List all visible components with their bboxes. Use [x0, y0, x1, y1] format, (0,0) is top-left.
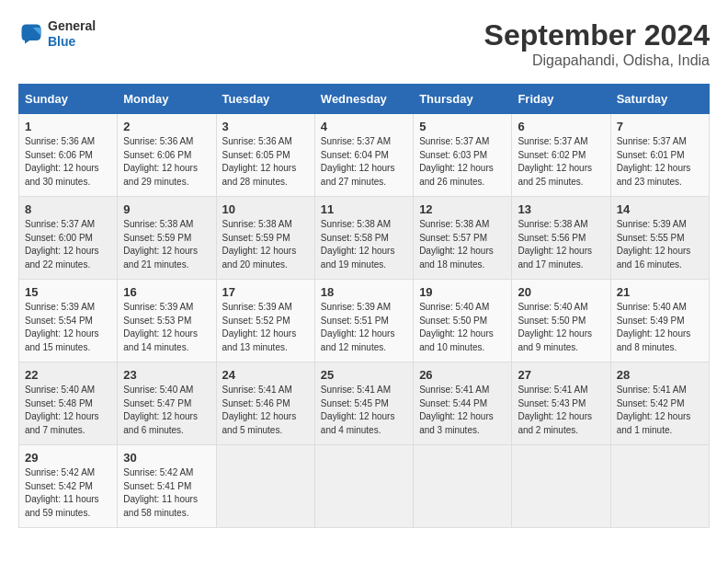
col-wednesday: Wednesday	[314, 85, 413, 114]
calendar-cell: 23Sunrise: 5:40 AM Sunset: 5:47 PM Dayli…	[118, 362, 216, 445]
day-detail: Sunrise: 5:40 AM Sunset: 5:47 PM Dayligh…	[123, 384, 210, 437]
calendar-cell: 26Sunrise: 5:41 AM Sunset: 5:44 PM Dayli…	[414, 362, 512, 445]
day-number: 2	[123, 120, 210, 133]
calendar-week-row: 22Sunrise: 5:40 AM Sunset: 5:48 PM Dayli…	[19, 362, 710, 445]
day-detail: Sunrise: 5:38 AM Sunset: 5:57 PM Dayligh…	[419, 218, 506, 271]
day-detail: Sunrise: 5:42 AM Sunset: 5:41 PM Dayligh…	[123, 466, 210, 520]
calendar-header-row: Sunday Monday Tuesday Wednesday Thursday…	[19, 85, 710, 114]
logo-text: General Blue	[48, 18, 96, 50]
calendar-cell: 7Sunrise: 5:37 AM Sunset: 6:01 PM Daylig…	[610, 114, 709, 197]
day-detail: Sunrise: 5:37 AM Sunset: 6:00 PM Dayligh…	[25, 218, 111, 271]
day-detail: Sunrise: 5:36 AM Sunset: 6:05 PM Dayligh…	[222, 135, 309, 189]
col-saturday: Saturday	[610, 85, 709, 114]
day-detail: Sunrise: 5:37 AM Sunset: 6:01 PM Dayligh…	[617, 135, 703, 189]
calendar-cell: 13Sunrise: 5:38 AM Sunset: 5:56 PM Dayli…	[512, 197, 610, 280]
day-number: 10	[222, 202, 309, 216]
day-number: 16	[123, 285, 210, 299]
day-detail: Sunrise: 5:40 AM Sunset: 5:50 PM Dayligh…	[419, 301, 506, 354]
day-number: 11	[321, 202, 407, 216]
calendar-cell: 21Sunrise: 5:40 AM Sunset: 5:49 PM Dayli…	[610, 280, 709, 362]
calendar-cell	[314, 445, 413, 528]
day-detail: Sunrise: 5:41 AM Sunset: 5:45 PM Dayligh…	[321, 384, 407, 437]
calendar-cell: 16Sunrise: 5:39 AM Sunset: 5:53 PM Dayli…	[118, 280, 216, 362]
day-detail: Sunrise: 5:38 AM Sunset: 5:56 PM Dayligh…	[518, 218, 604, 271]
day-detail: Sunrise: 5:42 AM Sunset: 5:42 PM Dayligh…	[25, 466, 111, 520]
col-tuesday: Tuesday	[216, 85, 314, 114]
col-friday: Friday	[512, 85, 610, 114]
day-detail: Sunrise: 5:40 AM Sunset: 5:49 PM Dayligh…	[617, 301, 703, 354]
day-number: 20	[518, 285, 604, 299]
logo-icon	[18, 21, 44, 47]
calendar-cell: 14Sunrise: 5:39 AM Sunset: 5:55 PM Dayli…	[610, 197, 709, 280]
day-detail: Sunrise: 5:39 AM Sunset: 5:53 PM Dayligh…	[123, 301, 210, 354]
day-number: 13	[518, 202, 604, 216]
calendar-cell: 10Sunrise: 5:38 AM Sunset: 5:59 PM Dayli…	[216, 197, 314, 280]
day-number: 12	[419, 202, 506, 216]
day-number: 28	[617, 368, 703, 382]
calendar-cell: 24Sunrise: 5:41 AM Sunset: 5:46 PM Dayli…	[216, 362, 314, 445]
day-number: 21	[617, 285, 703, 299]
calendar-cell: 27Sunrise: 5:41 AM Sunset: 5:43 PM Dayli…	[512, 362, 610, 445]
day-detail: Sunrise: 5:41 AM Sunset: 5:44 PM Dayligh…	[419, 384, 506, 437]
col-sunday: Sunday	[19, 85, 118, 114]
day-detail: Sunrise: 5:36 AM Sunset: 6:06 PM Dayligh…	[123, 135, 210, 189]
calendar-week-row: 15Sunrise: 5:39 AM Sunset: 5:54 PM Dayli…	[19, 280, 710, 362]
calendar-cell	[216, 445, 314, 528]
day-detail: Sunrise: 5:38 AM Sunset: 5:59 PM Dayligh…	[222, 218, 309, 271]
day-detail: Sunrise: 5:41 AM Sunset: 5:42 PM Dayligh…	[617, 384, 703, 437]
day-number: 5	[419, 120, 506, 133]
calendar-cell	[610, 445, 709, 528]
calendar-table: Sunday Monday Tuesday Wednesday Thursday…	[18, 84, 710, 528]
calendar-cell: 12Sunrise: 5:38 AM Sunset: 5:57 PM Dayli…	[414, 197, 512, 280]
day-detail: Sunrise: 5:39 AM Sunset: 5:52 PM Dayligh…	[222, 301, 309, 354]
day-number: 6	[518, 120, 604, 133]
day-detail: Sunrise: 5:37 AM Sunset: 6:02 PM Dayligh…	[518, 135, 604, 189]
day-detail: Sunrise: 5:39 AM Sunset: 5:54 PM Dayligh…	[25, 301, 111, 354]
day-detail: Sunrise: 5:40 AM Sunset: 5:50 PM Dayligh…	[518, 301, 604, 354]
day-number: 4	[321, 120, 407, 133]
calendar-cell: 25Sunrise: 5:41 AM Sunset: 5:45 PM Dayli…	[314, 362, 413, 445]
day-number: 14	[617, 202, 703, 216]
calendar-cell: 28Sunrise: 5:41 AM Sunset: 5:42 PM Dayli…	[610, 362, 709, 445]
day-detail: Sunrise: 5:37 AM Sunset: 6:03 PM Dayligh…	[419, 135, 506, 189]
day-number: 24	[222, 368, 309, 382]
calendar-cell: 29Sunrise: 5:42 AM Sunset: 5:42 PM Dayli…	[19, 445, 118, 528]
title-block: September 2024 Digapahandi, Odisha, Indi…	[484, 18, 710, 69]
day-detail: Sunrise: 5:39 AM Sunset: 5:55 PM Dayligh…	[617, 218, 703, 271]
day-number: 15	[25, 285, 111, 299]
day-number: 7	[617, 120, 703, 133]
day-detail: Sunrise: 5:39 AM Sunset: 5:51 PM Dayligh…	[321, 301, 407, 354]
day-number: 26	[419, 368, 506, 382]
calendar-cell: 3Sunrise: 5:36 AM Sunset: 6:05 PM Daylig…	[216, 114, 314, 197]
col-monday: Monday	[118, 85, 216, 114]
logo: General Blue	[18, 18, 96, 50]
day-detail: Sunrise: 5:41 AM Sunset: 5:46 PM Dayligh…	[222, 384, 309, 437]
calendar-cell: 9Sunrise: 5:38 AM Sunset: 5:59 PM Daylig…	[118, 197, 216, 280]
calendar-cell: 22Sunrise: 5:40 AM Sunset: 5:48 PM Dayli…	[19, 362, 118, 445]
day-number: 25	[321, 368, 407, 382]
day-number: 18	[321, 285, 407, 299]
day-detail: Sunrise: 5:40 AM Sunset: 5:48 PM Dayligh…	[25, 384, 111, 437]
calendar-cell: 15Sunrise: 5:39 AM Sunset: 5:54 PM Dayli…	[19, 280, 118, 362]
location: Digapahandi, Odisha, India	[484, 52, 710, 69]
calendar-cell: 11Sunrise: 5:38 AM Sunset: 5:58 PM Dayli…	[314, 197, 413, 280]
day-number: 27	[518, 368, 604, 382]
calendar-cell: 1Sunrise: 5:36 AM Sunset: 6:06 PM Daylig…	[19, 114, 118, 197]
day-number: 8	[25, 202, 111, 216]
day-number: 23	[123, 368, 210, 382]
calendar-cell: 19Sunrise: 5:40 AM Sunset: 5:50 PM Dayli…	[414, 280, 512, 362]
day-detail: Sunrise: 5:38 AM Sunset: 5:59 PM Dayligh…	[123, 218, 210, 271]
day-number: 3	[222, 120, 309, 133]
calendar-cell: 4Sunrise: 5:37 AM Sunset: 6:04 PM Daylig…	[314, 114, 413, 197]
day-number: 19	[419, 285, 506, 299]
page-header: General Blue September 2024 Digapahandi,…	[18, 18, 710, 69]
day-number: 9	[123, 202, 210, 216]
calendar-cell: 5Sunrise: 5:37 AM Sunset: 6:03 PM Daylig…	[414, 114, 512, 197]
calendar-cell: 8Sunrise: 5:37 AM Sunset: 6:00 PM Daylig…	[19, 197, 118, 280]
calendar-week-row: 29Sunrise: 5:42 AM Sunset: 5:42 PM Dayli…	[19, 445, 710, 528]
calendar-cell: 30Sunrise: 5:42 AM Sunset: 5:41 PM Dayli…	[118, 445, 216, 528]
day-detail: Sunrise: 5:36 AM Sunset: 6:06 PM Dayligh…	[25, 135, 111, 189]
calendar-week-row: 8Sunrise: 5:37 AM Sunset: 6:00 PM Daylig…	[19, 197, 710, 280]
month-title: September 2024	[484, 18, 710, 52]
day-number: 17	[222, 285, 309, 299]
